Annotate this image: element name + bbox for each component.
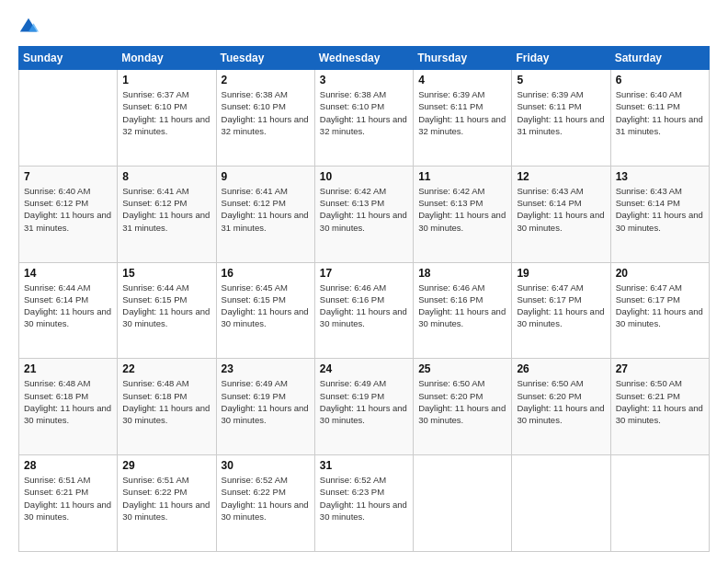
day-info: Sunrise: 6:47 AM Sunset: 6:17 PM Dayligh… (616, 282, 704, 330)
calendar-week-0: 1Sunrise: 6:37 AM Sunset: 6:10 PM Daylig… (19, 70, 710, 167)
logo-icon (18, 17, 39, 37)
day-info: Sunrise: 6:49 AM Sunset: 6:19 PM Dayligh… (320, 377, 408, 426)
calendar-cell: 18Sunrise: 6:46 AM Sunset: 6:16 PM Dayli… (414, 262, 512, 359)
day-number: 9 (222, 170, 310, 183)
calendar-header-wednesday: Wednesday (314, 47, 413, 70)
calendar-cell (19, 70, 118, 167)
day-info: Sunrise: 6:46 AM Sunset: 6:16 PM Dayligh… (418, 282, 506, 330)
calendar-cell: 9Sunrise: 6:41 AM Sunset: 6:12 PM Daylig… (216, 166, 314, 262)
calendar-header-saturday: Saturday (610, 47, 709, 70)
calendar-cell: 21Sunrise: 6:48 AM Sunset: 6:18 PM Dayli… (19, 359, 118, 455)
calendar-cell: 25Sunrise: 6:50 AM Sunset: 6:20 PM Dayli… (414, 359, 512, 455)
day-info: Sunrise: 6:50 AM Sunset: 6:20 PM Dayligh… (418, 377, 506, 426)
day-info: Sunrise: 6:50 AM Sunset: 6:20 PM Dayligh… (517, 377, 605, 426)
day-info: Sunrise: 6:48 AM Sunset: 6:18 PM Dayligh… (24, 377, 112, 426)
day-number: 2 (222, 74, 310, 86)
calendar-cell: 28Sunrise: 6:51 AM Sunset: 6:21 PM Dayli… (19, 455, 118, 552)
day-info: Sunrise: 6:40 AM Sunset: 6:11 PM Dayligh… (616, 88, 704, 137)
calendar-cell: 19Sunrise: 6:47 AM Sunset: 6:17 PM Dayli… (512, 262, 610, 359)
calendar-header-row: SundayMondayTuesdayWednesdayThursdayFrid… (19, 47, 710, 70)
calendar-week-3: 21Sunrise: 6:48 AM Sunset: 6:18 PM Dayli… (19, 359, 710, 455)
calendar-week-4: 28Sunrise: 6:51 AM Sunset: 6:21 PM Dayli… (19, 455, 710, 552)
day-number: 14 (24, 267, 112, 280)
day-number: 22 (122, 362, 210, 375)
day-number: 8 (122, 170, 210, 183)
day-number: 10 (320, 170, 408, 183)
calendar-cell: 24Sunrise: 6:49 AM Sunset: 6:19 PM Dayli… (314, 359, 413, 455)
logo (18, 17, 42, 37)
day-number: 25 (418, 362, 506, 375)
day-number: 7 (24, 170, 112, 183)
day-number: 12 (517, 170, 605, 183)
day-number: 3 (320, 74, 408, 86)
day-info: Sunrise: 6:49 AM Sunset: 6:19 PM Dayligh… (222, 377, 310, 426)
day-number: 26 (517, 362, 605, 375)
day-number: 24 (320, 362, 408, 375)
calendar-cell: 8Sunrise: 6:41 AM Sunset: 6:12 PM Daylig… (118, 166, 216, 262)
calendar-cell: 16Sunrise: 6:45 AM Sunset: 6:15 PM Dayli… (216, 262, 314, 359)
day-info: Sunrise: 6:46 AM Sunset: 6:16 PM Dayligh… (320, 282, 408, 330)
day-info: Sunrise: 6:48 AM Sunset: 6:18 PM Dayligh… (122, 377, 210, 426)
day-number: 17 (320, 267, 408, 280)
day-info: Sunrise: 6:52 AM Sunset: 6:22 PM Dayligh… (222, 474, 310, 523)
day-info: Sunrise: 6:41 AM Sunset: 6:12 PM Dayligh… (122, 185, 210, 234)
day-info: Sunrise: 6:44 AM Sunset: 6:14 PM Dayligh… (24, 282, 112, 330)
calendar-cell: 20Sunrise: 6:47 AM Sunset: 6:17 PM Dayli… (610, 262, 709, 359)
calendar-cell: 12Sunrise: 6:43 AM Sunset: 6:14 PM Dayli… (512, 166, 610, 262)
day-info: Sunrise: 6:40 AM Sunset: 6:12 PM Dayligh… (24, 185, 112, 234)
day-number: 31 (320, 459, 408, 472)
calendar-cell: 5Sunrise: 6:39 AM Sunset: 6:11 PM Daylig… (512, 70, 610, 167)
day-info: Sunrise: 6:51 AM Sunset: 6:22 PM Dayligh… (122, 474, 210, 523)
day-number: 21 (24, 362, 112, 375)
day-info: Sunrise: 6:37 AM Sunset: 6:10 PM Dayligh… (122, 88, 210, 137)
day-number: 20 (616, 267, 704, 280)
calendar-cell: 30Sunrise: 6:52 AM Sunset: 6:22 PM Dayli… (216, 455, 314, 552)
calendar-cell: 3Sunrise: 6:38 AM Sunset: 6:10 PM Daylig… (314, 70, 413, 167)
day-number: 29 (122, 459, 210, 472)
calendar-cell: 26Sunrise: 6:50 AM Sunset: 6:20 PM Dayli… (512, 359, 610, 455)
day-info: Sunrise: 6:43 AM Sunset: 6:14 PM Dayligh… (517, 185, 605, 234)
calendar-week-1: 7Sunrise: 6:40 AM Sunset: 6:12 PM Daylig… (19, 166, 710, 262)
day-number: 13 (616, 170, 704, 183)
calendar-cell: 4Sunrise: 6:39 AM Sunset: 6:11 PM Daylig… (414, 70, 512, 167)
calendar-header-tuesday: Tuesday (216, 47, 314, 70)
day-info: Sunrise: 6:38 AM Sunset: 6:10 PM Dayligh… (320, 88, 408, 137)
day-info: Sunrise: 6:50 AM Sunset: 6:21 PM Dayligh… (616, 377, 704, 426)
day-number: 30 (222, 459, 310, 472)
day-info: Sunrise: 6:39 AM Sunset: 6:11 PM Dayligh… (418, 88, 506, 137)
day-number: 4 (418, 74, 506, 86)
calendar-cell (512, 455, 610, 552)
day-info: Sunrise: 6:42 AM Sunset: 6:13 PM Dayligh… (418, 185, 506, 234)
day-number: 27 (616, 362, 704, 375)
day-number: 18 (418, 267, 506, 280)
day-info: Sunrise: 6:44 AM Sunset: 6:15 PM Dayligh… (122, 282, 210, 330)
day-number: 15 (122, 267, 210, 280)
calendar-cell: 1Sunrise: 6:37 AM Sunset: 6:10 PM Daylig… (118, 70, 216, 167)
day-number: 28 (24, 459, 112, 472)
header (18, 17, 710, 37)
day-info: Sunrise: 6:51 AM Sunset: 6:21 PM Dayligh… (24, 474, 112, 523)
calendar-cell: 23Sunrise: 6:49 AM Sunset: 6:19 PM Dayli… (216, 359, 314, 455)
day-number: 11 (418, 170, 506, 183)
day-info: Sunrise: 6:41 AM Sunset: 6:12 PM Dayligh… (222, 185, 310, 234)
calendar-cell: 22Sunrise: 6:48 AM Sunset: 6:18 PM Dayli… (118, 359, 216, 455)
calendar-cell: 15Sunrise: 6:44 AM Sunset: 6:15 PM Dayli… (118, 262, 216, 359)
day-info: Sunrise: 6:52 AM Sunset: 6:23 PM Dayligh… (320, 474, 408, 523)
calendar-cell (610, 455, 709, 552)
day-number: 19 (517, 267, 605, 280)
day-info: Sunrise: 6:42 AM Sunset: 6:13 PM Dayligh… (320, 185, 408, 234)
calendar-week-2: 14Sunrise: 6:44 AM Sunset: 6:14 PM Dayli… (19, 262, 710, 359)
calendar-cell: 29Sunrise: 6:51 AM Sunset: 6:22 PM Dayli… (118, 455, 216, 552)
calendar-cell: 10Sunrise: 6:42 AM Sunset: 6:13 PM Dayli… (314, 166, 413, 262)
calendar-cell: 14Sunrise: 6:44 AM Sunset: 6:14 PM Dayli… (19, 262, 118, 359)
day-number: 6 (616, 74, 704, 86)
calendar-header-friday: Friday (512, 47, 610, 70)
day-number: 5 (517, 74, 605, 86)
calendar-cell: 13Sunrise: 6:43 AM Sunset: 6:14 PM Dayli… (610, 166, 709, 262)
calendar-header-thursday: Thursday (414, 47, 512, 70)
calendar-header-monday: Monday (118, 47, 216, 70)
day-info: Sunrise: 6:39 AM Sunset: 6:11 PM Dayligh… (517, 88, 605, 137)
calendar-header-sunday: Sunday (19, 47, 118, 70)
calendar-table: SundayMondayTuesdayWednesdayThursdayFrid… (18, 46, 710, 552)
page: SundayMondayTuesdayWednesdayThursdayFrid… (0, 0, 728, 563)
